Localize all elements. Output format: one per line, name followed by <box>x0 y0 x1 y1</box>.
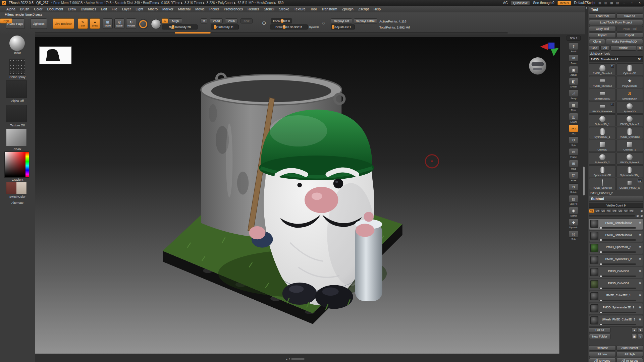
menu-layer[interactable]: Layer <box>120 7 133 11</box>
menu-draw[interactable]: Draw <box>65 7 78 11</box>
tool-thumbnail[interactable]: Cube3D_1 <box>616 140 643 152</box>
all-to-target-button[interactable]: All To Target <box>616 358 643 362</box>
zcut-button[interactable]: Zcut <box>240 18 253 23</box>
switch-color-swatch[interactable] <box>6 182 27 194</box>
eye-icon[interactable]: ◉ <box>639 245 641 248</box>
menu-macro[interactable]: Macro <box>146 7 160 11</box>
tab-v7[interactable]: V7 <box>623 209 629 213</box>
menu-texture[interactable]: Texture <box>291 7 308 11</box>
tool-thumbnail[interactable]: Sphereinder3D_ <box>616 165 643 177</box>
tool-thumbnail[interactable]: Cylinder3D <box>616 63 643 75</box>
tool-thumbnail[interactable]: Sphere3D <box>616 102 643 114</box>
rightshelf-move[interactable]: ⊞Move <box>569 160 578 170</box>
all-low-button[interactable]: All Low <box>589 352 616 357</box>
subtool-row[interactable]: PM3D_Sphere3D_2◉ <box>589 243 643 254</box>
list-all-button[interactable]: List All <box>589 327 610 333</box>
color-picker[interactable] <box>4 152 29 178</box>
goz-button[interactable]: GoZ <box>589 45 600 51</box>
tool-thumbnail[interactable]: 10UMesh_PM3D_C <box>616 178 643 190</box>
tool-thumbnail[interactable]: PM3D_Cylinder3 <box>616 127 643 139</box>
draw-size-slider[interactable]: Draw Size 36.93311 <box>270 24 308 29</box>
rightshelf-linefill[interactable]: ▤Line Fill <box>569 195 578 205</box>
alternate-label[interactable]: Alternate <box>0 201 35 204</box>
tool-thumbnail[interactable]: PM3D_Spherein <box>589 178 616 190</box>
menu-tool[interactable]: Tool <box>308 7 319 11</box>
tab-v5[interactable]: V5 <box>612 209 617 213</box>
eye-icon[interactable]: ◉ <box>639 221 641 224</box>
lazy-mouse-icon[interactable]: ◌ <box>322 20 325 26</box>
subtool-thumbnail[interactable] <box>590 292 598 300</box>
stroke-icon[interactable]: ⊙ <box>262 20 266 26</box>
alpha-thumbnail[interactable] <box>6 80 27 98</box>
tool-thumbnail[interactable]: SSimpleBrush <box>616 89 643 101</box>
slider-handle[interactable] <box>332 25 334 29</box>
rightshelf-frame[interactable]: ▭Frame <box>569 148 578 158</box>
material-thumbnail[interactable] <box>6 129 27 146</box>
subtool-thumbnail[interactable] <box>590 244 598 252</box>
scale-button[interactable]: ◱ Scale <box>114 18 124 29</box>
subtool-mini-slider[interactable] <box>599 276 636 277</box>
subtool-thumbnail[interactable] <box>590 232 598 240</box>
tool-panel-header[interactable]: Tool <box>589 6 643 12</box>
menu-edit[interactable]: Edit <box>99 7 109 11</box>
menu-dynamics[interactable]: Dynamics <box>78 7 99 11</box>
subtool-row[interactable]: PM3D_Cylinder3D_2◉ <box>589 255 643 266</box>
move-down-button[interactable]: ▼ <box>638 327 643 333</box>
minimize-button[interactable]: – <box>622 1 627 5</box>
subtool-row[interactable]: PM3D_Sphereinder3D_2◉ <box>589 303 643 314</box>
secondary-color-swatch[interactable] <box>16 182 26 194</box>
panel-layout-icon[interactable]: ▧ <box>616 1 619 5</box>
material-preview[interactable] <box>529 57 546 74</box>
color-picker-field[interactable] <box>5 152 25 177</box>
current-tool-bar[interactable]: PM3D_Shmebulock2. 54 <box>589 56 643 62</box>
menu-file[interactable]: File <box>109 7 120 11</box>
tool-thumbnail[interactable]: PM3D_Sphere3 <box>616 153 643 165</box>
subtool-mini-slider[interactable] <box>599 227 636 229</box>
menu-brush[interactable]: Brush <box>18 7 32 11</box>
eye-icon[interactable]: ◉ <box>636 214 639 218</box>
menu-stroke[interactable]: Stroke <box>277 7 291 11</box>
canvas-scrollbar-handle[interactable] <box>291 358 305 360</box>
rightshelf-zoom[interactable]: ⊕Zoom <box>569 54 578 64</box>
tool-thumbnail[interactable]: PM3D_Shmebul <box>589 76 616 88</box>
clone-button[interactable]: Clone <box>589 39 605 44</box>
menu-document[interactable]: Document <box>45 7 65 11</box>
make-polymesh3d-button[interactable]: Make PolyMesh3D <box>606 39 643 44</box>
shelf-scrollbar[interactable] <box>35 32 508 34</box>
replay-last-rel-button[interactable]: ReplayLastRel <box>354 18 377 23</box>
rightshelf-scroll[interactable]: ⇕Scroll <box>569 43 578 53</box>
hue-strip[interactable] <box>25 152 29 177</box>
eye-icon[interactable]: ◉ <box>639 233 641 236</box>
subtool-thumbnail[interactable] <box>590 304 598 312</box>
panel-layout-icon[interactable]: ▦ <box>610 1 613 5</box>
scroll-down-icon[interactable]: ▼ <box>288 358 290 360</box>
menu-alpha[interactable]: Alpha <box>4 7 18 11</box>
menu-zplugin[interactable]: Zplugin <box>339 7 356 11</box>
import-button[interactable]: Import <box>589 33 616 38</box>
goz-visible-button[interactable]: Visible <box>610 45 636 51</box>
rightshelf-aahalf[interactable]: ◧AAHalf <box>569 78 578 88</box>
rightshelf-xyz[interactable]: XYZXYZ <box>569 125 578 135</box>
eye-icon[interactable]: ◉ <box>639 317 641 321</box>
tab-v4[interactable]: V4 <box>606 209 611 213</box>
focal-shift-slider[interactable]: Focal Shift 0 <box>271 18 292 23</box>
rightshelf-scale[interactable]: ◱Scale <box>569 172 578 182</box>
rename-button[interactable]: Rename <box>589 345 616 351</box>
tool-thumbnail[interactable]: Cube3D <box>589 140 616 152</box>
scroll-up-icon[interactable]: ▲ <box>286 358 288 360</box>
canvas-scrollbar[interactable]: ▲ ▼ <box>286 357 305 360</box>
replay-last-button[interactable]: ReplayLast <box>331 18 352 23</box>
subtool-row[interactable]: UMesh_PM3D_Cube3D_3◉ <box>589 315 643 326</box>
eye-icon[interactable]: ◉ <box>639 281 641 285</box>
stroke-thumbnail[interactable] <box>9 59 25 75</box>
menu-zscript[interactable]: Zscript <box>356 7 371 11</box>
live-boolean-button[interactable]: Live Boolean <box>53 18 74 29</box>
rightshelf-actual[interactable]: ▣Actual <box>569 66 578 76</box>
rightshelf-rotate[interactable]: ↻Rotate <box>569 183 578 193</box>
panel-layout-icon[interactable]: ▥ <box>604 1 607 5</box>
subtool-thumbnail[interactable] <box>590 220 598 228</box>
subtool-mini-slider[interactable] <box>599 300 636 301</box>
menu-preferences[interactable]: Preferences <box>221 7 245 11</box>
tab-v8[interactable]: V8 <box>629 209 634 213</box>
tool-thumbnail[interactable]: Shmebulock2 <box>589 89 616 101</box>
